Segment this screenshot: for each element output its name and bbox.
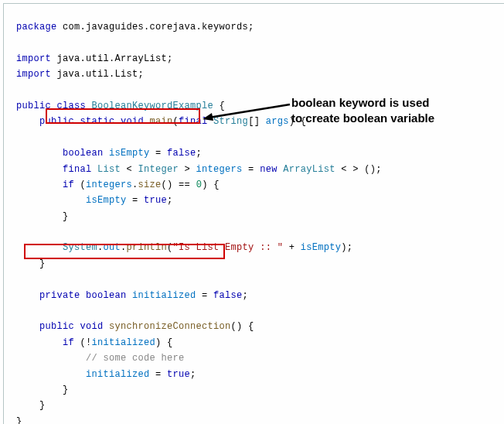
method-name: synchronizeConnection: [104, 321, 231, 332]
code-text: java.util.List;: [51, 69, 144, 80]
blank-line: [16, 303, 494, 319]
keyword: if: [63, 337, 74, 348]
code-line: if (!initialized) {: [16, 335, 494, 350]
code-text: }: [63, 211, 69, 222]
keyword: package: [16, 22, 57, 32]
variable: isEmpty: [86, 195, 127, 206]
variable: initialized: [92, 337, 156, 348]
keyword: if: [63, 180, 74, 190]
variable: initialized: [127, 290, 196, 301]
code-line: boolean isEmpty = false;: [16, 145, 494, 161]
code-text: =: [243, 164, 254, 175]
literal: false: [208, 290, 243, 301]
keyword: boolean: [63, 148, 104, 159]
variable: isEmpty: [295, 242, 341, 253]
code-line: import java.util.ArrayList;: [16, 51, 494, 67]
code-line: final List < Integer > integers = new Ar…: [16, 162, 494, 177]
code-text: =: [150, 148, 162, 159]
code-line: import java.util.List;: [16, 67, 494, 82]
code-text: com.javaguides.corejava.keywords;: [57, 22, 254, 32]
keyword: final: [63, 164, 92, 175]
code-text: =: [127, 195, 138, 206]
code-line: }: [16, 209, 494, 224]
code-line: initialized = true;: [16, 367, 494, 382]
code-line: package com.javaguides.corejava.keywords…: [16, 19, 494, 35]
code-text: }: [16, 416, 22, 424]
annotation-text: boolean keyword is used to create boolea…: [291, 95, 434, 125]
code-text: <: [121, 164, 132, 175]
highlight-box-1: [46, 108, 200, 124]
code-text: ;: [190, 369, 196, 380]
number: 0: [190, 180, 202, 190]
code-text: }: [39, 258, 46, 269]
code-text: );: [341, 242, 352, 253]
code-text: +: [283, 242, 295, 253]
keyword: public: [39, 321, 74, 332]
code-line: }: [16, 382, 494, 398]
code-text: < > ();: [335, 164, 382, 175]
code-text: (): [231, 321, 243, 332]
arrow-icon: [201, 101, 294, 124]
code-text: .: [132, 180, 138, 190]
keyword: import: [16, 53, 51, 64]
variable: integers: [86, 180, 132, 190]
keyword: import: [16, 69, 51, 80]
code-text: ) {: [202, 180, 220, 190]
code-line: }: [16, 414, 494, 424]
code-text: ;: [196, 148, 203, 159]
code-text: ) {: [155, 337, 173, 348]
code-text: =: [150, 369, 162, 380]
code-text: }: [39, 400, 46, 411]
code-line: }: [16, 398, 494, 413]
code-text: ;: [243, 290, 249, 301]
code-panel: package com.javaguides.corejava.keywords…: [3, 3, 504, 424]
variable: initialized: [86, 369, 150, 380]
type: Integer: [132, 164, 179, 175]
annotation-line1: boolean keyword is used: [291, 95, 434, 111]
method-name: size: [138, 180, 162, 190]
code-text: =: [196, 290, 208, 301]
blank-line: [16, 224, 494, 240]
code-line: if (integers.size() == 0) {: [16, 177, 494, 193]
code-text: ;: [167, 195, 173, 206]
code-text: !: [86, 337, 92, 348]
code-text: java.util.ArrayList;: [51, 53, 173, 64]
code-text: (: [74, 337, 86, 348]
keyword: private: [39, 290, 80, 301]
highlight-box-2: [24, 244, 225, 259]
type: List: [92, 164, 121, 175]
literal: true: [162, 369, 191, 380]
keyword: new: [254, 164, 278, 175]
svg-line-0: [209, 104, 290, 118]
code-line: public void synchronizeConnection() {: [16, 319, 494, 334]
code-text: ==: [173, 180, 191, 190]
literal: true: [138, 195, 168, 206]
keyword: void: [74, 321, 104, 332]
comment: // some code here: [86, 353, 185, 364]
keyword: boolean: [80, 290, 127, 301]
variable: integers: [190, 164, 243, 175]
code-line: isEmpty = true;: [16, 193, 494, 208]
code-text: (): [162, 180, 173, 190]
svg-marker-1: [203, 113, 213, 121]
blank-line: [16, 35, 494, 50]
code-text: }: [63, 385, 69, 395]
code-line: private boolean initialized = false;: [16, 288, 494, 303]
code-line: // some code here: [16, 350, 494, 366]
blank-line: [16, 272, 494, 287]
literal: false: [162, 148, 196, 159]
code-text: >: [179, 164, 190, 175]
code-text: {: [243, 321, 254, 332]
variable: isEmpty: [104, 148, 150, 159]
type: ArrayList: [278, 164, 335, 175]
blank-line: [16, 130, 494, 145]
annotation-line2: to create boolean variable: [291, 111, 434, 126]
code-text: (: [74, 180, 86, 190]
